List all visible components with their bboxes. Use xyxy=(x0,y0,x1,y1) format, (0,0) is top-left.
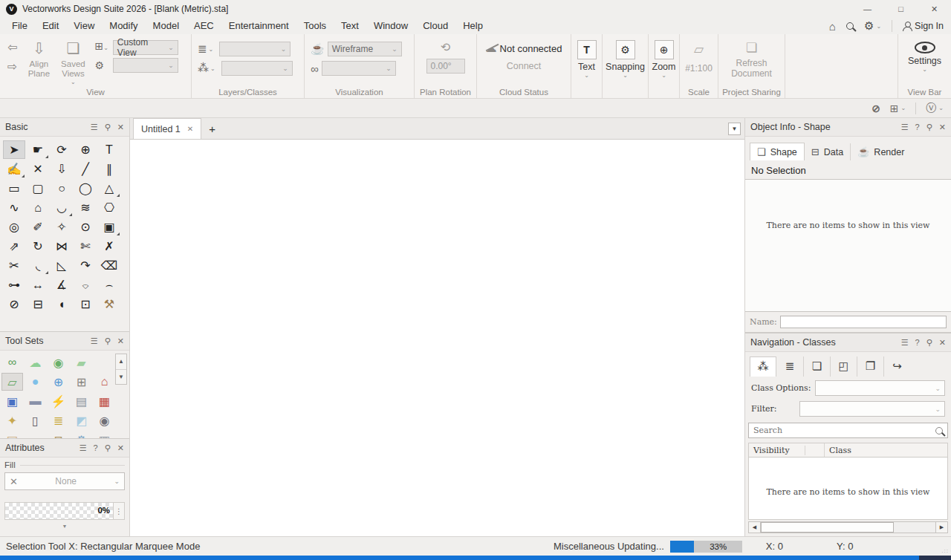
column-header-visibility[interactable]: Visibility xyxy=(749,446,805,455)
diameter-dimension-tool[interactable]: ⊘ xyxy=(3,295,25,313)
polyline-tool[interactable]: ◡ xyxy=(51,198,73,217)
toolset-water-drop[interactable]: ● xyxy=(25,373,46,391)
add-viewport-icon[interactable]: ⊞⌄ xyxy=(890,102,906,114)
close-icon[interactable]: ✕ xyxy=(117,444,124,452)
menu-file[interactable]: File xyxy=(4,18,35,34)
menu-hamburger-icon[interactable]: ☰ xyxy=(901,123,909,131)
toolset-power-connector[interactable]: ⚡ xyxy=(48,392,69,410)
plan-rotation-angle-field[interactable]: 0.00° xyxy=(426,59,465,74)
angle-dimension-tool[interactable]: ∡ xyxy=(51,276,73,294)
tab-data[interactable]: ⊟Data xyxy=(805,143,850,160)
toolset-work-light[interactable]: ✦ xyxy=(1,411,23,429)
column-header-class[interactable]: Class xyxy=(825,446,856,455)
chevron-down-icon[interactable]: ⌄ xyxy=(922,66,927,73)
visualization-dropdown[interactable]: ⌄ xyxy=(322,61,396,76)
view-pane-grid-icon[interactable]: ⊞⌄ xyxy=(94,40,108,52)
close-icon[interactable]: ✕ xyxy=(939,123,946,131)
help-icon[interactable]: ? xyxy=(915,339,920,347)
scroll-up-icon[interactable]: ▲ xyxy=(116,354,126,370)
flyover-tool[interactable]: ⟳ xyxy=(51,140,73,159)
extend-tool[interactable]: ↷ xyxy=(74,256,97,275)
oval-tool[interactable]: ◯ xyxy=(74,179,97,198)
layers-icon[interactable]: ≣ xyxy=(198,42,207,56)
menu-hamburger-icon[interactable]: ☰ xyxy=(91,337,98,345)
toolset-window-glass[interactable]: ◩ xyxy=(71,411,92,429)
toolset-piping[interactable]: ▥ xyxy=(94,431,115,439)
scrollbar-thumb[interactable] xyxy=(761,522,894,533)
tab-list-menu-button[interactable]: ▼ xyxy=(728,123,741,135)
toolset-speaker[interactable]: ▯ xyxy=(25,411,46,429)
minimize-button[interactable]: — xyxy=(851,0,884,18)
menu-text[interactable]: Text xyxy=(334,18,366,34)
chevron-down-icon[interactable]: ⌄ xyxy=(584,72,589,79)
menu-cloud[interactable]: Cloud xyxy=(415,18,455,34)
toolset-massing-cloud[interactable]: ☁ xyxy=(25,354,46,371)
clip-tool[interactable]: ▣ xyxy=(98,218,120,236)
nav-tab-saved-views[interactable]: ❐ xyxy=(857,356,883,377)
close-icon[interactable]: ✕ xyxy=(117,337,124,345)
toolset-flashlight[interactable]: ▬ xyxy=(25,392,46,410)
toolset-machinery[interactable]: ⚙ xyxy=(71,431,92,439)
toolset-site-marker[interactable]: ◉ xyxy=(48,354,69,371)
menu-aec[interactable]: AEC xyxy=(186,18,221,34)
toolset-bench[interactable]: ▬ xyxy=(25,431,46,439)
view-back-button[interactable]: ⇦ xyxy=(7,42,17,53)
toolset-barn[interactable]: ⌂ xyxy=(94,373,115,391)
render-mode-dropdown[interactable]: Wireframe⌄ xyxy=(328,42,402,56)
class-search-box[interactable] xyxy=(748,423,948,438)
toolset-table[interactable]: ⊓ xyxy=(48,431,69,439)
maximize-button[interactable]: □ xyxy=(884,0,918,18)
protractor-tool[interactable]: ◖ xyxy=(51,295,73,313)
fill-style-dropdown[interactable]: ✕ None ⌄ xyxy=(4,472,125,490)
rectangle-tool[interactable]: ▭ xyxy=(3,179,25,198)
toolset-camera[interactable]: ◉ xyxy=(94,411,115,429)
arc-dimension-tool[interactable]: ⌢ xyxy=(98,276,120,294)
menu-hamburger-icon[interactable]: ☰ xyxy=(901,339,909,347)
class-options-dropdown[interactable]: ⌄ xyxy=(815,380,945,396)
circle-tool[interactable]: ○ xyxy=(51,179,73,198)
toolset-cabinet-panel[interactable]: ⊞ xyxy=(71,373,92,391)
chamfer-tool[interactable]: ◺ xyxy=(51,256,73,275)
custom-view-dropdown[interactable]: Custom View⌄ xyxy=(113,40,178,55)
scroll-down-icon[interactable]: ▼ xyxy=(116,370,126,385)
opacity-menu-button[interactable]: ⋮ xyxy=(113,503,124,519)
menu-model[interactable]: Model xyxy=(146,18,186,34)
move-by-points-tool[interactable]: ⇗ xyxy=(3,237,25,255)
classes-icon[interactable]: ⁂ xyxy=(198,62,209,75)
view-cube-settings-icon[interactable]: ⚙ xyxy=(94,59,108,71)
zoom-button[interactable]: ⊕ xyxy=(655,40,674,59)
surface-tool[interactable]: ≋ xyxy=(74,198,97,217)
pin-icon[interactable]: ⚲ xyxy=(926,123,932,131)
visibility-toggle-icon[interactable]: ⊘ xyxy=(872,102,880,114)
scroll-right-icon[interactable]: ▶ xyxy=(935,522,947,533)
horizontal-scrollbar[interactable]: ◀ ▶ xyxy=(748,521,948,533)
help-icon[interactable]: ? xyxy=(94,444,98,452)
menu-window[interactable]: Window xyxy=(366,18,415,34)
menu-tools[interactable]: Tools xyxy=(296,18,334,34)
view-projection-dropdown[interactable]: ⌄ xyxy=(113,58,178,73)
magic-wand-tool[interactable]: ✧ xyxy=(51,218,73,236)
zoom-tool[interactable]: ⊕ xyxy=(74,140,97,159)
menu-view[interactable]: View xyxy=(66,18,102,34)
resize-grip[interactable]: .:: xyxy=(941,547,949,554)
drawing-canvas[interactable] xyxy=(130,140,744,536)
send-to-surface-tool[interactable]: ⇩ xyxy=(51,160,73,178)
class-dropdown[interactable]: ⌄ xyxy=(221,61,293,76)
fillet-tool[interactable]: ◟ xyxy=(27,256,49,275)
menu-hamburger-icon[interactable]: ☰ xyxy=(91,123,98,131)
layer-dropdown[interactable]: ⌄ xyxy=(219,42,291,56)
eyedropper-tool[interactable]: ✐ xyxy=(27,218,49,236)
saved-views-button[interactable]: ❏ Saved Views ⌄ xyxy=(56,40,90,85)
attribute-mapping-tool[interactable]: ⚒ xyxy=(98,295,120,313)
view-forward-button[interactable]: ⇨ xyxy=(7,61,17,73)
snapping-button[interactable]: ⚙ xyxy=(616,40,635,59)
menu-edit[interactable]: Edit xyxy=(35,18,66,34)
refresh-document-button[interactable]: Refresh Document xyxy=(730,58,774,79)
select-similar-tool[interactable]: ⊙ xyxy=(74,218,97,236)
dimension-tool[interactable]: ↔ xyxy=(27,276,49,294)
close-icon[interactable]: ✕ xyxy=(939,339,946,347)
arc-tool[interactable]: △ xyxy=(98,179,120,198)
nav-tab-classes[interactable]: ⁂ xyxy=(750,356,776,377)
radial-dimension-tool[interactable]: ⌔ xyxy=(74,276,97,294)
toolset-curtain[interactable]: ▦ xyxy=(94,392,115,410)
